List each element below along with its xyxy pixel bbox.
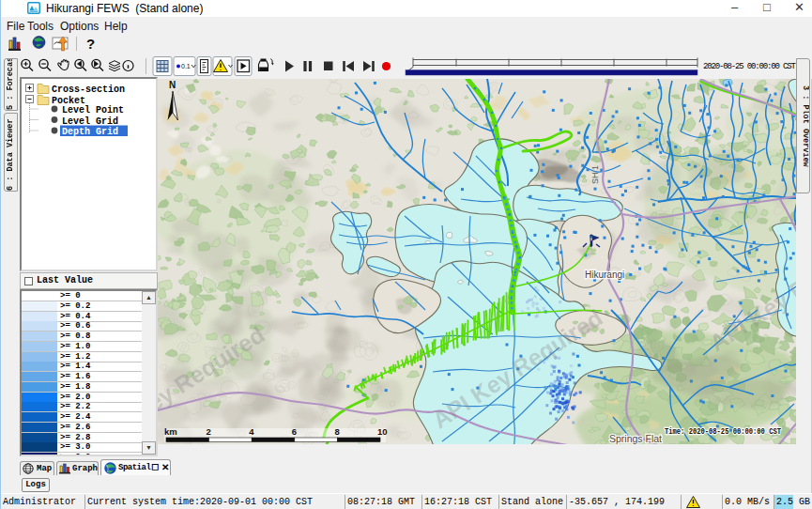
- svg-text:0.1: 0.1: [181, 63, 191, 69]
- svg-text:Cross-section: Cross-section: [52, 85, 125, 95]
- svg-text:Level Grid: Level Grid: [62, 116, 118, 127]
- svg-text:10: 10: [377, 426, 388, 437]
- svg-text:km: km: [164, 426, 177, 437]
- svg-text:4: 4: [249, 426, 254, 437]
- svg-text:Time: 2020-08-25 00:00:00 CST: Time: 2020-08-25 00:00:00 CST: [665, 427, 781, 437]
- svg-text:?: ?: [86, 36, 95, 52]
- svg-text:Hikurangi: Hikurangi: [585, 270, 624, 280]
- svg-text:6: 6: [292, 426, 297, 437]
- svg-text:2020-08-25 00:00:00 CST: 2020-08-25 00:00:00 CST: [703, 62, 797, 71]
- svg-text:SH 1: SH 1: [590, 165, 600, 184]
- svg-text:Pocket: Pocket: [52, 96, 85, 106]
- svg-text:Level Point: Level Point: [62, 105, 124, 116]
- svg-text:N: N: [169, 80, 176, 90]
- svg-text:Depth Grid: Depth Grid: [62, 127, 118, 137]
- svg-text:2: 2: [207, 426, 211, 437]
- svg-text:8: 8: [334, 426, 339, 437]
- svg-text:Springs Flat: Springs Flat: [609, 433, 662, 444]
